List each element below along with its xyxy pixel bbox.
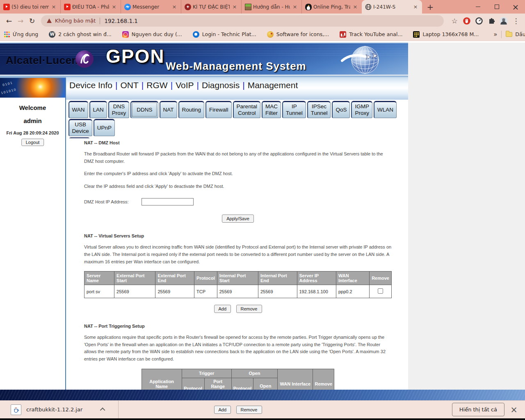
add-button[interactable]: Add: [214, 305, 231, 313]
bookmark-label: Track YouTube anal...: [349, 31, 402, 37]
nav-management[interactable]: Management: [248, 80, 298, 90]
download-bar-close-icon[interactable]: [508, 404, 520, 416]
col-open-group: Open: [231, 369, 278, 378]
nav-voip[interactable]: VoIP: [176, 80, 194, 90]
tab-usb-device[interactable]: USB Device: [68, 119, 92, 136]
remove-button[interactable]: Remove: [236, 305, 262, 313]
bookmark-star-icon[interactable]: [449, 15, 460, 27]
add-button[interactable]: Add: [214, 406, 231, 414]
tab-ipsec-tunnel[interactable]: IPSec Tunnel: [307, 101, 331, 118]
restore-icon[interactable]: [487, 0, 506, 14]
virtual-servers-description: Virtual Server allows you to direct inco…: [84, 244, 392, 265]
youtube-icon: [64, 4, 71, 10]
tab-upnp[interactable]: UPnP: [94, 119, 115, 136]
tab-dns-proxy[interactable]: DNS Proxy: [108, 101, 130, 118]
bookmarks-overflow-icon[interactable]: [489, 31, 501, 38]
tab-firewall[interactable]: Firewall: [205, 101, 232, 118]
bookmark-instagram[interactable]: Nguyen duc duy (...: [122, 31, 182, 38]
gauge-extension-icon[interactable]: [473, 15, 485, 27]
browser-tab-5[interactable]: Hướng dẫn - Hu: [241, 0, 301, 14]
web-page: Alcatel·Lucent GPON Web-Management Syste…: [0, 41, 525, 400]
folder-icon: [506, 32, 512, 37]
page-footer-bar: [0, 390, 525, 400]
adblock-icon[interactable]: [461, 15, 472, 27]
not-secure-warning-icon[interactable]: [47, 18, 52, 23]
col-server-ip: Server IP Address: [297, 272, 336, 285]
omnibox-separator: [100, 18, 100, 24]
nav-diagnosis[interactable]: Diagnosis: [202, 80, 240, 90]
close-icon[interactable]: [352, 4, 358, 10]
download-filename[interactable]: craftbukkit-1.12.2.jar: [26, 406, 82, 413]
bookmark-apps[interactable]: Ứng dụng: [4, 31, 38, 37]
nav-rgw[interactable]: RGW: [146, 80, 167, 90]
browser-tab-active[interactable]: I-241W-S: [362, 0, 422, 14]
nav-separator: |: [168, 80, 176, 90]
forward-icon[interactable]: [15, 15, 26, 27]
remove-button[interactable]: Remove: [236, 406, 262, 414]
col-trigger-group: Trigger: [182, 369, 231, 378]
dmz-heading: NAT -- DMZ Host: [84, 140, 392, 145]
col-internal-port-start: Internal Port Start: [217, 272, 258, 285]
bookmark-ghost-win[interactable]: 2 cách ghost win đ...: [49, 31, 112, 38]
browser-tab-4[interactable]: KÍ TỰ ĐẶC BIỆT: [181, 0, 241, 14]
tab-wlan[interactable]: WLAN: [374, 101, 397, 118]
close-icon[interactable]: [111, 4, 117, 10]
col-external-port-start: External Port Start: [114, 272, 155, 285]
bookmark-track-youtube[interactable]: Track YouTube anal...: [340, 31, 402, 38]
address-bar[interactable]: Không bảo mật 192.168.1.1: [41, 15, 444, 27]
penguin-icon: [305, 4, 312, 10]
session-date: Fri Aug 28 20:09:24 2020: [0, 130, 65, 135]
extensions-puzzle-icon[interactable]: [486, 15, 497, 27]
wordpress-icon: [49, 31, 55, 38]
browser-tab-3[interactable]: Messenger: [121, 0, 181, 14]
back-icon[interactable]: [3, 15, 15, 27]
java-file-icon: [11, 404, 21, 415]
minimize-icon[interactable]: [468, 0, 487, 14]
other-bookmarks-button[interactable]: Dấu trang khác: [506, 31, 525, 37]
new-tab-button[interactable]: [425, 1, 436, 13]
tab-ddns[interactable]: DDNS: [130, 101, 158, 118]
nav-device-info[interactable]: Device Info: [69, 80, 112, 90]
tab-igmp-proxy[interactable]: IGMP Proxy: [351, 101, 372, 118]
tab-wan[interactable]: WAN: [68, 101, 88, 118]
browser-tab-2[interactable]: ĐIỀU TOA - Phá: [60, 0, 121, 14]
tab-routing[interactable]: Routing: [178, 101, 205, 118]
tab-nat[interactable]: NAT: [160, 101, 177, 118]
bookmark-laptop[interactable]: Laptop 1366x768 M...: [413, 31, 479, 38]
close-icon[interactable]: [292, 4, 298, 10]
bookmark-label: Laptop 1366x768 M...: [422, 31, 479, 37]
gpon-title: GPON: [106, 45, 164, 67]
close-icon[interactable]: [412, 4, 419, 10]
remove-checkbox[interactable]: [378, 288, 383, 294]
alcatel-logo: [75, 49, 94, 71]
table-row: port sv 25569 25569 TCP 25569 25569 192.…: [84, 285, 392, 298]
bottom-strip: [0, 418, 525, 420]
messenger-icon: [124, 4, 131, 10]
reload-icon[interactable]: [26, 15, 38, 27]
main-panel: Device Info|ONT|RGW|VoIP|Diagnosis|Manag…: [66, 77, 408, 390]
tab-title: (5) dieu toi remi: [11, 4, 49, 10]
bookmark-login-technic[interactable]: Login - Technic Plat...: [193, 31, 256, 38]
browser-tab-1[interactable]: (5) dieu toi remi: [0, 0, 60, 14]
profile-avatar[interactable]: [498, 15, 509, 27]
nav-ont[interactable]: ONT: [121, 80, 139, 90]
close-window-icon[interactable]: [506, 0, 525, 14]
logout-button[interactable]: Logout: [21, 139, 44, 146]
dmz-ip-input[interactable]: [142, 198, 194, 205]
close-icon[interactable]: [171, 4, 178, 10]
browser-tab-6[interactable]: Online Ping, Tra: [301, 0, 362, 14]
browser-menu-icon[interactable]: [510, 15, 522, 27]
tab-parental-control[interactable]: Parental Control: [233, 101, 260, 118]
welcome-label: Welcome: [0, 104, 65, 111]
tab-mac-filter[interactable]: MAC Filter: [262, 101, 281, 118]
close-icon[interactable]: [231, 4, 238, 10]
tab-lan[interactable]: LAN: [89, 101, 107, 118]
close-icon[interactable]: [50, 4, 57, 10]
dmz-activate-note: Enter the computer's IP address and clic…: [84, 170, 392, 178]
apply-save-button[interactable]: Apply/Save: [222, 215, 254, 223]
tab-ip-tunnel[interactable]: IP Tunnel: [282, 101, 306, 118]
show-all-downloads-button[interactable]: Hiển thị tất cả: [452, 403, 504, 416]
bookmark-software-icons[interactable]: Software for icons,...: [267, 31, 329, 38]
login-icon: [193, 31, 199, 38]
tab-qos[interactable]: QoS: [332, 101, 350, 118]
